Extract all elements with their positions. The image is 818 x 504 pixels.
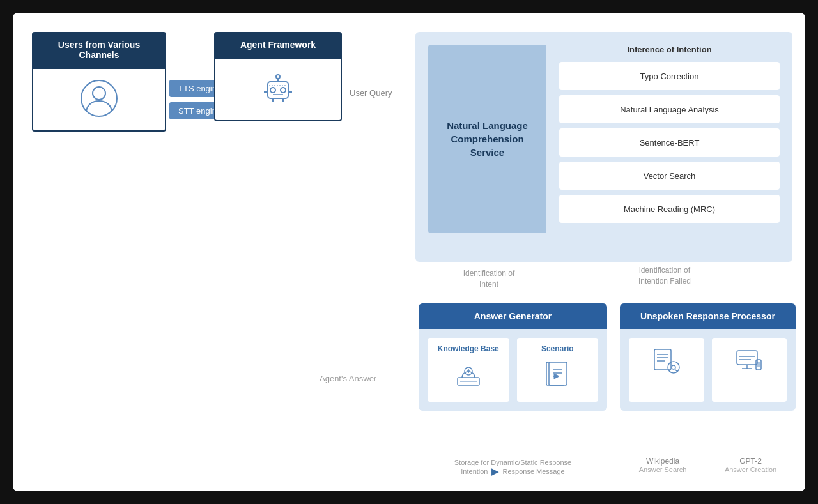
svg-point-5	[276, 75, 280, 79]
nlp-inner: Natural Language Comprehension Service I…	[428, 45, 780, 233]
user-query-label: User Query	[350, 88, 392, 98]
flow-arrow: ▶	[491, 466, 498, 477]
unspoken-header: Unspoken Response Processor	[620, 303, 796, 329]
storage-flow: Intention ▶ Response Message	[419, 466, 607, 477]
knowledge-base-icon	[452, 358, 484, 393]
robot-icon	[259, 69, 297, 110]
svg-point-3	[270, 88, 275, 93]
vector-search-item: Vector Search	[559, 162, 780, 190]
gpt2-card	[712, 338, 787, 402]
wiki-gpt-labels: Wikipedia Answer Search GPT-2 Answer Cre…	[620, 457, 796, 473]
wikipedia-label: Wikipedia Answer Search	[639, 457, 687, 473]
sentence-bert-item: Sentence-BERT	[559, 128, 780, 157]
storage-label: Storage for Dynamic/Static Response Inte…	[419, 459, 607, 477]
mrc-item: Machine Reading (MRC)	[559, 195, 780, 223]
main-container: Users from Various Channels TTS engine S…	[13, 13, 805, 491]
answer-generator-body: Knowledge Base Scenario	[419, 329, 607, 411]
agent-icon-box	[214, 57, 342, 121]
svg-point-4	[281, 88, 286, 93]
inference-section: Inference of Intention Typo Correction N…	[559, 45, 780, 223]
nlp-panel: Natural Language Comprehension Service I…	[415, 32, 792, 262]
agent-section: Agent Framework	[214, 32, 342, 121]
answer-generator-panel: Answer Generator Knowledge Base Scenario	[419, 303, 607, 411]
unspoken-response-panel: Unspoken Response Processor	[620, 303, 796, 411]
gpt2-icon	[733, 344, 765, 379]
identification-intent-label: Identification of Intent	[457, 268, 521, 290]
nla-item: Natural Language Analysis	[559, 95, 780, 123]
person-icon	[80, 79, 118, 120]
inference-items: Typo Correction Natural Language Analysi…	[559, 62, 780, 223]
svg-rect-9	[549, 362, 567, 385]
wikipedia-card	[629, 338, 704, 402]
answer-generator-header: Answer Generator	[419, 303, 607, 329]
users-title: Users from Various Channels	[32, 32, 166, 68]
wikipedia-icon	[651, 344, 683, 379]
users-section: Users from Various Channels	[32, 32, 166, 132]
svg-rect-13	[737, 351, 757, 365]
typo-correction-item: Typo Correction	[559, 62, 780, 90]
inference-label: Inference of Intention	[559, 45, 780, 54]
scenario-icon	[541, 358, 573, 393]
users-icon-box	[32, 68, 166, 132]
identification-failed-label: identification of Intention Failed	[626, 265, 703, 287]
agents-answer-label: Agent's Answer	[320, 374, 376, 383]
svg-point-1	[93, 87, 105, 100]
scenario-title: Scenario	[541, 344, 574, 353]
svg-rect-11	[654, 349, 671, 370]
nlp-service-box: Natural Language Comprehension Service	[428, 45, 546, 233]
agent-title: Agent Framework	[214, 32, 342, 57]
knowledge-base-card: Knowledge Base	[428, 338, 509, 402]
knowledge-base-title: Knowledge Base	[438, 344, 499, 353]
gpt2-label: GPT-2 Answer Creation	[725, 457, 776, 473]
unspoken-body	[620, 329, 796, 411]
scenario-card: Scenario	[517, 338, 599, 402]
